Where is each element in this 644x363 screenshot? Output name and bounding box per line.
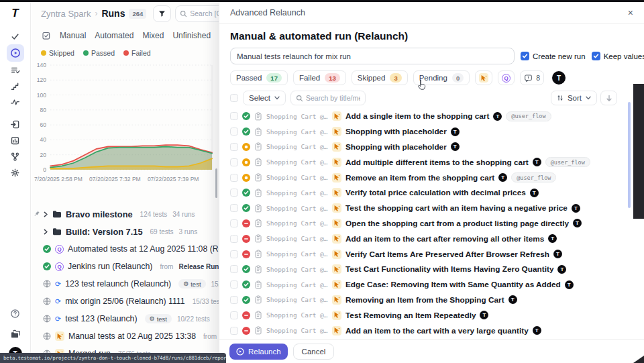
select-dropdown[interactable]: Select bbox=[243, 91, 286, 105]
checklist-icon[interactable] bbox=[42, 31, 51, 40]
create-new-run-option[interactable]: Create new run bbox=[521, 52, 586, 60]
row-checkbox[interactable] bbox=[230, 265, 238, 273]
tab-manual[interactable]: Manual bbox=[60, 31, 86, 40]
tab-automated[interactable]: Automated bbox=[95, 31, 133, 40]
test-title[interactable]: Test Cart Functionality with Items Havin… bbox=[345, 264, 553, 274]
test-title[interactable]: Verify total price calculation with deci… bbox=[345, 188, 526, 197]
sort-dropdown[interactable]: Sort bbox=[551, 91, 597, 105]
tag-pill[interactable]: @user_flow bbox=[545, 157, 590, 167]
sidebar-item-tests[interactable] bbox=[7, 28, 23, 44]
list-scrollbar[interactable] bbox=[628, 102, 631, 208]
tree-run-row[interactable]: ⟳test 123 (Relaunch)⚙test10/22 tests bbox=[32, 310, 219, 327]
breadcrumb-page[interactable]: Runs bbox=[101, 8, 125, 19]
filter-failed-button[interactable]: Failed13 bbox=[293, 70, 346, 85]
search-box[interactable]: Search [C × bbox=[175, 5, 219, 22]
test-search-input[interactable]: Search by title/messag bbox=[290, 91, 366, 105]
test-row[interactable]: Shopping Cart @…Test Cart Functionality … bbox=[219, 262, 644, 277]
row-checkbox[interactable] bbox=[230, 219, 238, 227]
checkbox-checked-icon[interactable] bbox=[521, 52, 529, 60]
checkbox-checked-icon[interactable] bbox=[592, 52, 600, 60]
legend-item-skipped[interactable]: Skipped bbox=[41, 49, 74, 57]
row-checkbox[interactable] bbox=[230, 112, 238, 120]
test-title[interactable]: Shopping with placeholder bbox=[345, 127, 447, 136]
test-title[interactable]: Add an item to the cart after removing a… bbox=[345, 234, 544, 244]
test-title[interactable]: Add multiple different items to the shop… bbox=[345, 158, 529, 167]
test-row[interactable]: Shopping Cart @…Removing an Item from th… bbox=[219, 293, 644, 308]
test-title[interactable]: Add an item to the cart with a very larg… bbox=[345, 326, 529, 335]
row-checkbox[interactable] bbox=[230, 174, 238, 182]
row-checkbox[interactable] bbox=[230, 189, 238, 197]
test-title[interactable]: Removing an Item from the Shopping Cart bbox=[345, 295, 504, 305]
tree-run-row[interactable]: QJenkins run (Relaunch)fromRelease Run 1… bbox=[32, 258, 219, 275]
sidebar-item-steps[interactable] bbox=[7, 78, 23, 94]
sidebar-item-checklists[interactable] bbox=[7, 62, 23, 78]
breadcrumb-project[interactable]: Zyntra Spark bbox=[41, 9, 91, 19]
run-name-input[interactable] bbox=[230, 48, 515, 64]
sidebar-item-activity[interactable] bbox=[7, 94, 23, 110]
row-checkbox[interactable] bbox=[230, 311, 238, 319]
test-row[interactable]: Shopping Cart @…Test the shopping cart w… bbox=[219, 201, 644, 216]
test-row[interactable]: Shopping Cart @…Shopping with placeholde… bbox=[219, 124, 644, 140]
test-title[interactable]: Test the shopping cart with an item havi… bbox=[345, 203, 568, 213]
assignee-filter-avatar[interactable]: T bbox=[552, 71, 566, 85]
tab-unfinished[interactable]: Unfinished bbox=[172, 31, 211, 40]
row-checkbox[interactable] bbox=[230, 250, 238, 258]
help-button[interactable] bbox=[7, 305, 23, 321]
test-row[interactable]: Shopping Cart @…Add an item to the cart … bbox=[219, 323, 644, 338]
tree-run-row[interactable]: ⟳123 test relaunch (Relaunch)⚙test15/23 … bbox=[32, 275, 219, 293]
tree-folder-row[interactable]: Build: Version 7.1569 tests3 runs bbox=[32, 223, 219, 240]
legend-item-passed[interactable]: Passed bbox=[83, 49, 115, 57]
tree-run-row[interactable]: ⟳mix origin 25/06 (Relaunch) 111115/33 t… bbox=[32, 293, 219, 310]
test-row[interactable]: Shopping Cart @…Remove an item from the … bbox=[219, 170, 644, 185]
test-row[interactable]: Shopping Cart @…Verify Cart Items Are Pr… bbox=[219, 246, 644, 262]
test-title[interactable]: Test Removing an Item Repeatedly bbox=[345, 311, 476, 320]
test-title[interactable]: Open the shopping cart from a product li… bbox=[345, 219, 569, 228]
app-logo[interactable]: T bbox=[11, 7, 18, 20]
relaunch-button[interactable]: Relaunch bbox=[229, 344, 288, 360]
tree-folder-row[interactable]: Bravo milestone124 tests34 runs bbox=[32, 205, 219, 223]
tree-item-name[interactable]: test 123 (Relaunch) bbox=[65, 314, 137, 323]
cancel-button[interactable]: Cancel bbox=[293, 344, 335, 360]
chevron-right-icon[interactable] bbox=[43, 229, 48, 235]
filter-pending-button[interactable]: Pending0 bbox=[413, 70, 470, 85]
legend-item-failed[interactable]: Failed bbox=[123, 49, 151, 57]
test-row[interactable]: Shopping Cart @…Add multiple different i… bbox=[219, 154, 644, 170]
test-row[interactable]: Shopping Cart @…Add an item to the cart … bbox=[219, 231, 644, 246]
tree-run-row[interactable]: Manual tests at 02 Aug 2025 13:38fromCus… bbox=[32, 327, 219, 345]
comments-filter-button[interactable]: 8 bbox=[520, 70, 544, 85]
main-scrollbar[interactable] bbox=[215, 168, 217, 198]
sidebar-item-settings[interactable] bbox=[7, 164, 23, 180]
tree-run-row[interactable]: QAutomated tests at 12 Aug 2025 11:08 (R… bbox=[32, 240, 219, 258]
tree-item-name[interactable]: mix origin 25/06 (Relaunch) 1111 bbox=[65, 297, 184, 306]
tree-item-name[interactable]: Automated tests at 12 Aug 2025 11:08 (Re… bbox=[68, 244, 219, 254]
row-checkbox[interactable] bbox=[230, 127, 238, 136]
filter-button[interactable] bbox=[153, 5, 171, 22]
row-checkbox[interactable] bbox=[230, 158, 238, 166]
test-row[interactable]: Shopping Cart @…Add a single item to the… bbox=[219, 109, 644, 124]
close-icon[interactable]: × bbox=[628, 8, 633, 17]
row-checkbox[interactable] bbox=[230, 327, 238, 335]
sidebar-item-branches[interactable] bbox=[7, 148, 23, 164]
scroll-down-button[interactable] bbox=[600, 91, 617, 105]
test-row[interactable]: Shopping Cart @…Open the shopping cart f… bbox=[219, 216, 644, 231]
filter-passed-button[interactable]: Passed17 bbox=[230, 70, 288, 85]
test-title[interactable]: Shopping with placeholder bbox=[345, 142, 447, 152]
test-title[interactable]: Edge Case: Removing Item with Same Quant… bbox=[345, 280, 561, 289]
row-checkbox[interactable] bbox=[230, 235, 238, 243]
test-title[interactable]: Add a single item to the shopping cart bbox=[345, 111, 489, 121]
row-checkbox[interactable] bbox=[230, 296, 238, 304]
test-row[interactable]: Shopping Cart @…Edge Case: Removing Item… bbox=[219, 277, 644, 293]
keep-values-option[interactable]: Keep values ? bbox=[592, 52, 644, 60]
tag-pill[interactable]: @user_flow bbox=[506, 111, 551, 121]
sidebar-item-reports[interactable] bbox=[7, 132, 23, 148]
filter-skipped-button[interactable]: Skipped3 bbox=[352, 70, 408, 85]
manual-filter-button[interactable] bbox=[475, 70, 492, 85]
test-row[interactable]: Shopping Cart @…Shopping with placeholde… bbox=[219, 140, 644, 155]
test-title[interactable]: Remove an item from the shopping cart bbox=[345, 173, 494, 183]
select-all-checkbox[interactable] bbox=[230, 94, 238, 102]
sidebar-item-import[interactable] bbox=[7, 116, 23, 132]
sidebar-item-runs[interactable] bbox=[7, 44, 24, 62]
tree-item-name[interactable]: Manual tests at 02 Aug 2025 13:38 bbox=[68, 331, 196, 341]
row-checkbox[interactable] bbox=[230, 204, 238, 212]
test-row[interactable]: Shopping Cart @…Verify total price calcu… bbox=[219, 185, 644, 201]
